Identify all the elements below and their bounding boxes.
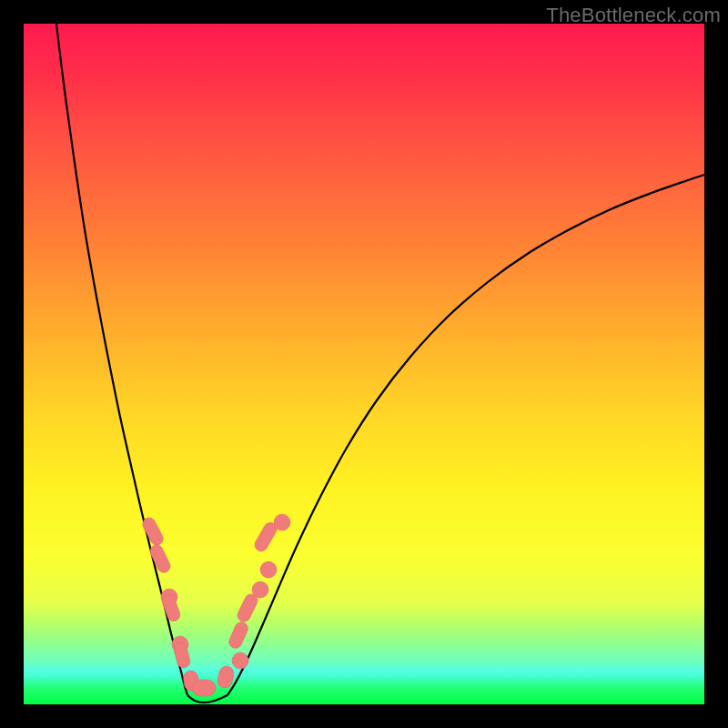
marker bbox=[232, 652, 248, 669]
curve-right bbox=[228, 175, 704, 695]
markers bbox=[140, 514, 290, 696]
marker bbox=[160, 593, 181, 623]
watermark-text: TheBottleneck.com bbox=[546, 4, 721, 27]
marker bbox=[148, 543, 173, 575]
marker bbox=[192, 680, 216, 696]
marker bbox=[228, 620, 250, 650]
marker bbox=[274, 514, 290, 531]
chart-svg bbox=[24, 24, 704, 704]
chart-frame bbox=[24, 24, 704, 704]
marker bbox=[260, 561, 277, 578]
marker bbox=[140, 516, 165, 548]
marker bbox=[217, 665, 236, 690]
marker bbox=[252, 581, 268, 598]
